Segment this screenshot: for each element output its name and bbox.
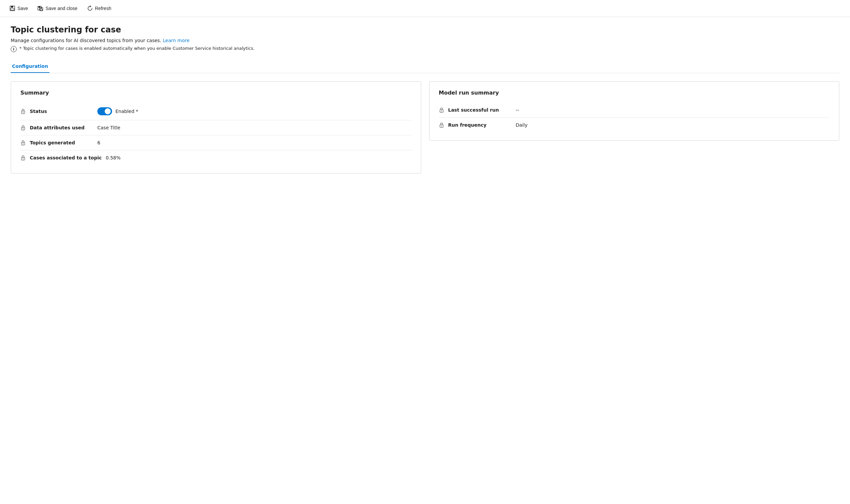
- toolbar: Save Save and close Refresh: [0, 0, 850, 17]
- run-frequency-label: Run frequency: [448, 122, 512, 128]
- lock-icon-data-attrs: [20, 125, 26, 130]
- svg-rect-2: [11, 8, 14, 10]
- topics-generated-value: 6: [97, 140, 100, 145]
- status-toggle-container: Enabled *: [97, 107, 138, 115]
- save-close-label: Save and close: [46, 6, 77, 11]
- toggle-track: [97, 107, 112, 115]
- svg-point-10: [23, 112, 23, 113]
- lock-icon-cases: [20, 155, 26, 160]
- refresh-button[interactable]: Refresh: [83, 3, 116, 13]
- svg-rect-7: [40, 8, 42, 9]
- model-run-card-title: Model run summary: [439, 90, 830, 96]
- data-attributes-label: Data attributes used: [30, 125, 93, 130]
- refresh-label: Refresh: [95, 6, 111, 11]
- refresh-icon: [87, 5, 93, 11]
- cases-associated-row: Cases associated to a topic 0.58%: [20, 150, 412, 165]
- svg-point-20: [441, 126, 441, 126]
- svg-point-18: [441, 111, 441, 111]
- save-button[interactable]: Save: [5, 3, 32, 13]
- last-run-label: Last successful run: [448, 107, 512, 113]
- status-row: Status Enabled *: [20, 103, 412, 120]
- page-title: Topic clustering for case: [11, 25, 839, 34]
- lock-icon-run-freq: [439, 122, 444, 128]
- svg-point-14: [23, 143, 23, 144]
- toggle-thumb: [105, 108, 111, 114]
- topics-generated-row: Topics generated 6: [20, 136, 412, 150]
- last-run-value: --: [516, 107, 519, 113]
- save-close-icon: [37, 5, 44, 11]
- page-description: Manage configurations for AI discovered …: [11, 38, 839, 43]
- summary-card-title: Summary: [20, 90, 412, 96]
- last-run-row: Last successful run --: [439, 103, 830, 118]
- run-frequency-row: Run frequency Daily: [439, 118, 830, 132]
- lock-icon-last-run: [439, 107, 444, 113]
- status-toggle[interactable]: [97, 107, 112, 115]
- status-value: Enabled *: [116, 109, 138, 114]
- svg-rect-4: [38, 6, 40, 8]
- info-note-text: * Topic clustering for cases is enabled …: [19, 46, 255, 51]
- data-attributes-value: Case Title: [97, 125, 120, 130]
- cases-associated-label: Cases associated to a topic: [30, 155, 102, 160]
- lock-icon-status: [20, 109, 26, 114]
- tab-configuration[interactable]: Configuration: [11, 60, 50, 73]
- status-label: Status: [30, 109, 93, 114]
- save-icon: [10, 5, 15, 11]
- summary-card: Summary Status: [11, 81, 421, 174]
- learn-more-link[interactable]: Learn more: [163, 38, 190, 43]
- svg-point-16: [23, 158, 23, 159]
- topics-generated-label: Topics generated: [30, 140, 93, 145]
- run-frequency-value: Daily: [516, 122, 527, 128]
- main-content: Topic clustering for case Manage configu…: [0, 17, 850, 181]
- svg-point-12: [23, 128, 23, 129]
- info-icon: i: [11, 46, 17, 52]
- save-close-button[interactable]: Save and close: [33, 3, 82, 13]
- description-text: Manage configurations for AI discovered …: [11, 38, 161, 43]
- info-note: i * Topic clustering for cases is enable…: [11, 46, 839, 52]
- cards-container: Summary Status: [11, 81, 839, 174]
- data-attributes-row: Data attributes used Case Title: [20, 120, 412, 136]
- cases-associated-value: 0.58%: [106, 155, 120, 160]
- tabs: Configuration: [11, 60, 839, 73]
- svg-rect-1: [11, 6, 13, 8]
- model-run-card: Model run summary Last successful run --: [429, 81, 839, 141]
- lock-icon-topics: [20, 140, 26, 145]
- save-label: Save: [17, 6, 28, 11]
